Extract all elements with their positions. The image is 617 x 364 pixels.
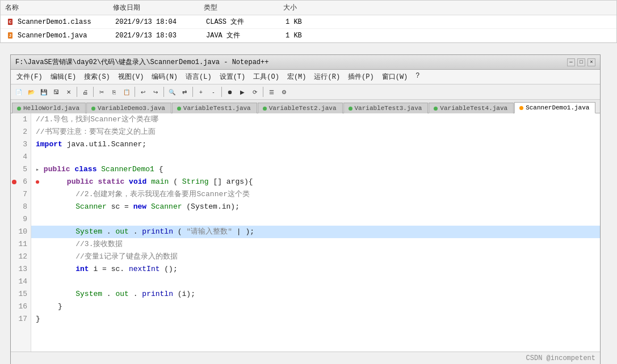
fold-icon-5[interactable]: ▸ xyxy=(36,167,39,173)
toolbar-open[interactable]: 📂 xyxy=(26,86,37,98)
toolbar-paste[interactable]: 📋 xyxy=(121,86,132,98)
file-row[interactable]: J ScannerDemo1.java 2021/9/13 18:03 JAVA… xyxy=(1,29,616,43)
menu-edit[interactable]: 编辑(E) xyxy=(47,71,80,83)
line-num-9: 9 xyxy=(11,213,31,226)
toolbar-save-all[interactable]: 🖫 xyxy=(51,86,62,98)
code-line-17: } xyxy=(31,313,600,325)
tab-variabletest3[interactable]: VariableTest3.java xyxy=(343,103,429,113)
tab-label-variabletest2: VariableTest2.java xyxy=(269,105,337,112)
code-line-4 xyxy=(31,151,600,163)
menu-search[interactable]: 搜索(S) xyxy=(81,71,114,83)
line-num-8: 8 xyxy=(11,201,31,213)
menu-view[interactable]: 视图(V) xyxy=(115,71,148,83)
code-close-brace-2: } xyxy=(36,315,40,323)
toolbar-sync[interactable]: ⟳ xyxy=(249,86,261,98)
code-indent-7 xyxy=(36,190,71,198)
file-row[interactable]: C ScannerDemo1.class 2021/9/13 18:04 CLA… xyxy=(1,15,616,29)
tab-variabletest1[interactable]: VariableTest1.java xyxy=(172,103,257,113)
notepad-window: F:\JavaSE营销课\day02\代码\键盘录入\ScannerDemo1.… xyxy=(10,54,601,364)
tab-helloworld[interactable]: HelloWorld.java xyxy=(12,103,86,113)
tab-variabledemo3[interactable]: VariableDemo3.java xyxy=(86,103,171,113)
line-num-10: 10 xyxy=(11,226,31,238)
code-paren-close: ); xyxy=(245,227,254,236)
menu-macro[interactable]: 宏(M) xyxy=(284,71,310,83)
code-line-15: System . out . println (i); xyxy=(31,288,600,300)
code-i-var: i = sc. xyxy=(93,265,124,273)
code-line-12: //变量i记录了键盘录入的数据 xyxy=(31,251,600,263)
tab-scannerdemo1[interactable]: ScannerDemo1.java xyxy=(514,102,595,113)
line-num-14: 14 xyxy=(11,276,31,288)
menu-plugins[interactable]: 插件(P) xyxy=(345,71,377,83)
toolbar-separator-5 xyxy=(192,87,193,97)
toolbar-separator-1 xyxy=(77,87,77,97)
code-kw-new: new xyxy=(133,202,146,211)
tab-variabletest2[interactable]: VariableTest2.java xyxy=(258,103,343,113)
toolbar-copy[interactable]: ⎘ xyxy=(108,86,120,98)
code-line-6: public static void main ( String [] args… xyxy=(31,176,600,188)
tab-bar: HelloWorld.java VariableDemo3.java Varia… xyxy=(11,100,600,113)
tab-dot-variabletest3 xyxy=(349,107,352,111)
menu-tools[interactable]: 工具(O) xyxy=(250,71,283,83)
toolbar-separator-2 xyxy=(93,87,94,97)
code-kw-void: void xyxy=(129,177,146,186)
toolbar-redo[interactable]: ↪ xyxy=(150,86,161,98)
toolbar-cut[interactable]: ✂ xyxy=(96,86,107,98)
toolbar-extra2[interactable]: ⚙ xyxy=(278,86,289,98)
code-println-2: println xyxy=(142,290,173,298)
code-scanner-type: Scanner xyxy=(75,202,107,211)
file-size-java: 1 KB xyxy=(286,32,331,40)
toolbar-close[interactable]: ✕ xyxy=(63,86,74,98)
header-size: 大小 xyxy=(283,3,329,12)
menu-encode[interactable]: 编码(N) xyxy=(148,71,181,83)
toolbar-macro-play[interactable]: ▶ xyxy=(237,86,248,98)
toolbar-zoom-out[interactable]: - xyxy=(208,86,219,98)
menu-window[interactable]: 窗口(W) xyxy=(379,71,412,83)
toolbar-undo[interactable]: ↩ xyxy=(137,86,149,98)
toolbar-new[interactable]: 📄 xyxy=(13,86,24,98)
toolbar-print[interactable]: 🖨 xyxy=(79,86,91,98)
menu-run[interactable]: 运行(R) xyxy=(310,71,343,83)
toolbar-zoom-in[interactable]: + xyxy=(195,86,207,98)
maximize-button[interactable]: □ xyxy=(577,58,585,66)
toolbar-replace[interactable]: ⇄ xyxy=(179,86,190,98)
file-type-class: CLASS 文件 xyxy=(206,17,286,27)
toolbar-macro-record[interactable]: ⏺ xyxy=(224,86,236,98)
tab-label-helloworld: HelloWorld.java xyxy=(23,105,79,112)
code-line-3: import java.util.Scanner; xyxy=(31,138,600,151)
code-classname: ScannerDemo1 xyxy=(101,165,154,173)
toolbar-find[interactable]: 🔍 xyxy=(166,86,178,98)
menu-language[interactable]: 语言(L) xyxy=(182,71,215,83)
tab-dot-scannerdemo1 xyxy=(519,106,523,110)
minimize-button[interactable]: ─ xyxy=(567,58,575,66)
tab-variabletest4[interactable]: VariableTest4.java xyxy=(429,103,514,113)
code-line-9 xyxy=(31,213,600,226)
code-indent-13 xyxy=(36,265,71,273)
menu-settings[interactable]: 设置(T) xyxy=(216,71,249,83)
close-button[interactable]: × xyxy=(587,58,595,66)
line-num-16: 16 xyxy=(11,300,31,313)
code-content[interactable]: //1.导包，找到Scanner这个类在哪 //书写要注意：要写在类定义的上面 … xyxy=(31,113,600,352)
code-line-8: Scanner sc = new Scanner (System.in); xyxy=(31,201,600,213)
menu-help[interactable]: ? xyxy=(412,71,423,83)
toolbar-extra1[interactable]: ☰ xyxy=(266,86,277,98)
code-editor[interactable]: 1 2 3 4 5 6 7 8 9 10 11 12 13 14 15 16 1… xyxy=(11,113,600,352)
code-comment-2: //书写要注意：要写在类定义的上面 xyxy=(36,128,156,136)
toolbar-save[interactable]: 💾 xyxy=(38,86,49,98)
toolbar-separator-4 xyxy=(163,87,164,97)
code-paren-open: ( xyxy=(178,227,182,236)
file-date-class: 2021/9/13 18:04 xyxy=(115,18,206,26)
code-dot-4: . xyxy=(133,290,138,298)
code-main: main xyxy=(151,177,169,186)
menu-file[interactable]: 文件(F) xyxy=(13,71,46,83)
code-indent-11 xyxy=(36,240,71,248)
code-out-2: out xyxy=(115,290,128,298)
line-numbers: 1 2 3 4 5 6 7 8 9 10 11 12 13 14 15 16 1… xyxy=(11,113,31,352)
line-num-13: 13 xyxy=(11,263,31,276)
line-num-5: 5 xyxy=(11,163,31,176)
java-file-icon: J xyxy=(5,31,15,40)
tab-dot-variabletest2 xyxy=(263,107,267,111)
tab-label-variabletest1: VariableTest1.java xyxy=(183,105,251,112)
code-indent-12 xyxy=(36,252,71,261)
code-line-14 xyxy=(31,276,600,288)
code-args: args){ xyxy=(226,177,253,186)
